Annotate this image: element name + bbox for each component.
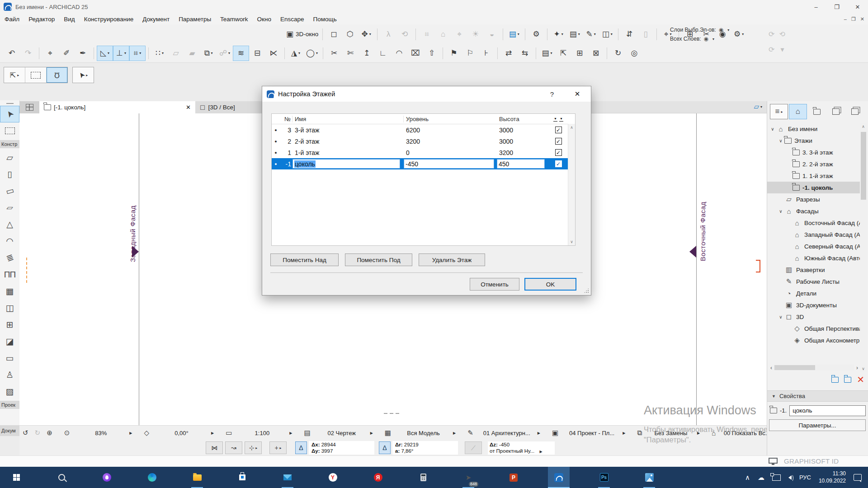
tree-item-разрезы[interactable]: ▱Разрезы [767,193,860,205]
object-tool[interactable]: ♙ [0,366,19,383]
sun-study-icon[interactable]: ☀ [467,27,484,42]
partial-structure[interactable]: Вся Модель▶ [394,427,459,439]
table-scrollbar[interactable]: ∧ ∨ [568,124,575,245]
layer-combination[interactable]: 02 Чертеж▶ [314,427,376,439]
taskbar-mail[interactable] [277,467,298,488]
menu-item-6[interactable]: Параметры [174,14,216,24]
smart-snap-icon[interactable]: ≋ [233,46,249,61]
model-view-icon[interactable]: ▣ [549,427,561,439]
stair-tool[interactable]: ≣ [0,249,19,266]
marker-tools-icon[interactable]: ⚙ [528,27,544,42]
fit-view-icon[interactable]: ⊙ [61,427,73,439]
arrow-right-icon[interactable]: ▶ [623,431,625,435]
chevron-down-icon[interactable]: ▾ [780,45,784,54]
nav-back-icon[interactable]: ↺ [19,427,32,439]
marker-dropdown-button[interactable]: ▱ ▾ [754,103,762,111]
undo-icon[interactable]: ↶ [4,46,20,61]
chevron-expanded-icon[interactable]: ∨ [777,209,784,214]
renovation-filter[interactable]: Без Замены▶ [645,427,703,439]
insert-above-button[interactable]: Поместить Над [270,253,339,266]
menu-item-10[interactable]: Помощь [309,14,341,24]
snap-guides-button[interactable]: ↝ [225,441,242,454]
doc-minimize-button[interactable]: – [844,16,847,22]
tree-item-без-имени[interactable]: ∨⌂Без имени [767,123,860,135]
angle-value[interactable]: 7,86° [401,448,413,454]
snap-plus-button[interactable]: +▸ [269,441,287,454]
scale-icon[interactable]: ▭ [222,427,235,439]
west-elevation-marker-icon[interactable] [132,246,139,258]
document-settings-icon[interactable]: ▤▾ [506,27,522,42]
box-stretch-icon[interactable]: ⌧ [407,46,424,61]
tree-item-1-1-й-этаж[interactable]: 1. 1-й этаж [767,170,860,182]
menu-item-8[interactable]: Окно [253,14,276,24]
layer-combination-icon[interactable]: ▤ [301,427,314,439]
tree-item-западный-фасад-авт[interactable]: ⌂Западный Фасад (Авт [767,229,860,240]
refresh-all-icon[interactable]: ⟲ [779,30,785,38]
tree-item-рабочие-листы[interactable]: ✎Рабочие Листы [767,276,860,287]
view-map-button[interactable] [808,104,826,119]
story-height-input[interactable]: 450 [497,159,545,169]
notifications-icon[interactable] [854,474,862,481]
scrollbar-thumb[interactable] [861,132,866,200]
roof-tool[interactable]: △ [0,216,19,233]
measure-icon[interactable]: ⊟ [249,46,265,61]
taskbar-photoshop[interactable]: Ps [593,467,615,488]
dimension-flag-icon[interactable]: ⊦ [478,46,495,61]
inject-parameters-icon[interactable]: ✒ [75,46,91,61]
taskbar-store[interactable] [231,467,253,488]
column-tool[interactable]: ▯ [0,166,19,183]
window-tool[interactable]: ⊞ [0,316,19,333]
snap-plane-icon[interactable]: ▱ [168,46,184,61]
snap-plane-alt-icon[interactable]: ▰ [184,46,200,61]
favorites-icon[interactable]: ✦▾ [550,27,566,42]
elevate-icon[interactable]: ⇧ [424,46,440,61]
door-tool[interactable]: ◫ [0,300,19,316]
sync-icon[interactable]: ⟳ [769,45,774,54]
menu-item-2[interactable]: Редактор [24,14,59,24]
rotate-view-icon[interactable]: ↻ [610,46,626,61]
flag-b-icon[interactable]: ⚐ [462,46,478,61]
menu-item-3[interactable]: Вид [59,14,79,24]
beam-tool[interactable]: ▭ [0,183,19,199]
story-row[interactable]: ●-1цоколь-450450✓ [272,158,575,169]
vr-scene-icon[interactable]: ◒ [484,27,500,42]
nav-forward-icon[interactable]: ↻ [32,427,44,439]
redo-icon[interactable]: ↷ [20,46,36,61]
hidden-icons-chevron-icon[interactable]: ∧ [745,474,750,482]
story-level-input[interactable]: -450 [404,159,494,169]
fillet-icon[interactable]: ◮▾ [288,46,304,61]
cancel-button[interactable]: Отменить [470,278,519,291]
column-height[interactable]: Высота [497,116,547,122]
rotation-angle[interactable]: 0,00°▶ [152,427,217,439]
chevron-down-icon[interactable]: ▾ [727,28,729,32]
tree-item-общая-перспектива[interactable]: ◇Общая Перспектива [767,323,860,334]
quad-view-button[interactable] [19,101,39,113]
checkbox-checked-icon[interactable]: ✓ [555,149,562,156]
publisher-button[interactable] [846,104,864,119]
volume-icon[interactable] [788,475,792,480]
dialog-close-button[interactable]: ✕ [567,86,587,102]
profile-column-icon[interactable]: ▯ [637,27,654,42]
project-chooser-button[interactable]: ≡▸ [770,104,788,119]
layer-hide-icon[interactable]: ⊠ [588,46,604,61]
tree-item-южный-фасад-авто[interactable]: ⌂Южный Фасад (Авто [767,252,860,264]
eye-icon[interactable]: ◉ [719,27,723,33]
arrow-tool[interactable]: ➤ [0,106,19,122]
tracker-ra-field[interactable]: Δr: 29219 a: 7,86° [392,441,458,455]
taskbar-start[interactable] [5,467,27,488]
story-name-cell[interactable]: 3-й этаж [292,127,404,134]
column-level-lines[interactable]: ▼▼ [547,117,569,122]
delta-toggle-icon[interactable]: Δ [379,441,391,454]
story-visible-cell[interactable]: ✓ [547,160,569,167]
railing-tool[interactable]: ПП [0,266,19,283]
delete-story-button[interactable]: Удалить Этаж [419,253,485,266]
checkbox-checked-icon[interactable]: ✓ [555,160,562,167]
menu-item-9[interactable]: Enscape [276,14,309,24]
chevron-down-icon[interactable]: ▾ [712,37,714,41]
story-visible-cell[interactable]: ✓ [547,149,569,156]
partial-structure-icon[interactable]: ▦ [382,427,394,439]
delta-y-value[interactable]: 3997 [321,448,333,454]
sync-receive-icon[interactable]: ⇆ [517,46,533,61]
relative-coords-button[interactable]: ⋈ [206,441,223,454]
camera-path-icon[interactable]: ⌖ [451,27,467,42]
